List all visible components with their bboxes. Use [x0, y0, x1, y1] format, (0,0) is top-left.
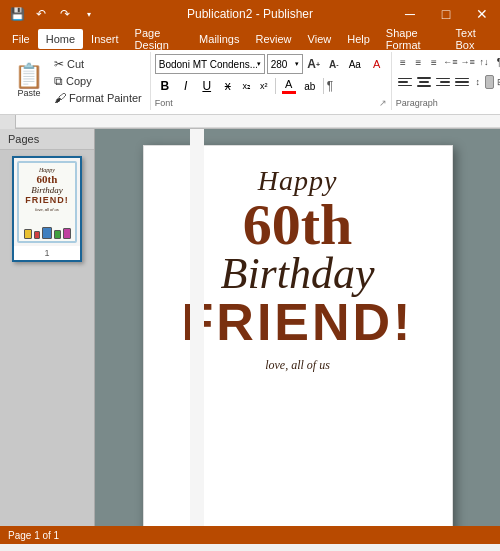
decrease-indent-button[interactable]: ←≡ — [442, 54, 458, 70]
canvas-area[interactable]: Happy 60th Birthday FRIEND! love, all of… — [95, 129, 500, 526]
window-controls[interactable]: ─ □ ✕ — [392, 0, 500, 28]
font-size-box[interactable]: 280 ▾ — [267, 54, 303, 74]
ruler-container — [0, 115, 500, 129]
page-num-1: 1 — [42, 246, 51, 260]
save-button[interactable]: 💾 — [6, 3, 28, 25]
font-color-bar — [282, 91, 296, 94]
format-painter-label: Format Painter — [69, 92, 142, 104]
clear-formatting-button[interactable]: A — [367, 54, 387, 74]
underline-button[interactable]: U — [197, 76, 217, 96]
status-bar: Page 1 of 1 — [0, 526, 500, 544]
page-info: Page 1 of 1 — [8, 530, 59, 541]
horizontal-ruler — [16, 115, 500, 129]
minimize-button[interactable]: ─ — [392, 0, 428, 28]
paragraph-row2: ↕ ⊞ — [396, 74, 500, 90]
paste-label: Paste — [17, 88, 40, 98]
menu-home[interactable]: Home — [38, 29, 83, 49]
cut-icon: ✂ — [54, 57, 64, 71]
paragraph-marks-button[interactable]: ¶ — [327, 79, 333, 93]
menu-file[interactable]: File — [4, 29, 38, 49]
font-row1: Bodoni MT Condens... ▾ 280 ▾ A+ A- Aa A — [155, 54, 387, 74]
ribbon: 📋 Paste ✂ Cut ⧉ Copy 🖌 Format Painter — [0, 50, 500, 115]
separator1 — [275, 78, 276, 94]
undo-button[interactable]: ↶ — [30, 3, 52, 25]
copy-label: Copy — [66, 75, 92, 87]
paste-button[interactable]: 📋 Paste — [8, 54, 50, 108]
align-center-button[interactable] — [415, 75, 433, 89]
font-color-button[interactable]: A — [279, 76, 299, 96]
quick-access-toolbar[interactable]: 💾 ↶ ↷ ▾ — [0, 0, 100, 28]
paragraph-row1: ≡ ≡ ≡ ←≡ →≡ ↑↓ ¶ — [396, 54, 500, 70]
menu-shape-format[interactable]: Shape Format — [378, 29, 448, 49]
vertical-ruler — [190, 129, 204, 526]
menu-mailings[interactable]: Mailings — [191, 29, 247, 49]
bold-button[interactable]: B — [155, 76, 175, 96]
menu-help[interactable]: Help — [339, 29, 378, 49]
align-left-button[interactable] — [396, 75, 414, 89]
page-thumb-inner: Happy 60th Birthday FRIEND! love, all of… — [14, 158, 80, 246]
justify-button[interactable] — [453, 75, 471, 89]
ribbon-content: 📋 Paste ✂ Cut ⧉ Copy 🖌 Format Painter — [0, 50, 500, 114]
menu-text-box[interactable]: Text Box — [448, 29, 496, 49]
text-highlight-button[interactable]: ab — [300, 76, 320, 96]
svg-rect-69 — [190, 129, 204, 526]
font-name-box[interactable]: Bodoni MT Condens... ▾ — [155, 54, 265, 74]
paste-icon: 📋 — [14, 64, 44, 88]
numbering-button[interactable]: ≡ — [411, 54, 426, 70]
window-title: Publication2 - Publisher — [187, 7, 313, 21]
font-name-value: Bodoni MT Condens... — [159, 59, 257, 70]
align-right-button[interactable] — [434, 75, 452, 89]
close-button[interactable]: ✕ — [464, 0, 500, 28]
shrink-font-button[interactable]: A- — [325, 55, 343, 73]
title-bar: 💾 ↶ ↷ ▾ Publication2 - Publisher ─ □ ✕ — [0, 0, 500, 28]
pages-panel-label: Pages — [0, 129, 94, 150]
cut-button[interactable]: ✂ Cut — [50, 56, 146, 72]
font-color-label: A — [285, 78, 292, 90]
copy-button[interactable]: ⧉ Copy — [50, 73, 146, 89]
shading-button[interactable] — [485, 75, 494, 89]
copy-icon: ⧉ — [54, 74, 63, 88]
maximize-button[interactable]: □ — [428, 0, 464, 28]
sort-button[interactable]: ↑↓ — [477, 54, 492, 70]
menu-page-design[interactable]: Page Design — [127, 29, 192, 49]
multilevel-list-button[interactable]: ≡ — [427, 54, 442, 70]
font-row2: B I U x x₂ x² A ab ¶ — [155, 76, 387, 96]
format-painter-button[interactable]: 🖌 Format Painter — [50, 90, 146, 106]
menu-view[interactable]: View — [300, 29, 340, 49]
italic-button[interactable]: I — [176, 76, 196, 96]
borders-button[interactable]: ⊞ — [495, 74, 500, 90]
subscript-button[interactable]: x₂ — [239, 76, 255, 96]
font-group-footer: Font ↗ — [155, 98, 387, 108]
qat-dropdown-button[interactable]: ▾ — [78, 3, 100, 25]
menu-insert[interactable]: Insert — [83, 29, 127, 49]
document: Happy 60th Birthday FRIEND! love, all of… — [143, 145, 453, 526]
cut-label: Cut — [67, 58, 84, 70]
clipboard-group: 📋 Paste ✂ Cut ⧉ Copy 🖌 Format Painter — [4, 52, 151, 110]
clipboard-small-buttons: ✂ Cut ⧉ Copy 🖌 Format Painter — [50, 54, 146, 108]
paragraph-group-footer: Paragraph ↗ — [396, 98, 500, 108]
change-case-button[interactable]: Aa — [345, 54, 365, 74]
page-thumbnail-1[interactable]: Happy 60th Birthday FRIEND! love, all of… — [12, 156, 82, 262]
strikethrough-button[interactable]: x — [218, 76, 238, 96]
superscript-button[interactable]: x² — [256, 76, 272, 96]
bullets-button[interactable]: ≡ — [396, 54, 411, 70]
line-spacing-button[interactable]: ↕ — [472, 74, 484, 90]
font-name-dropdown[interactable]: ▾ — [257, 60, 261, 68]
menu-bar: File Home Insert Page Design Mailings Re… — [0, 28, 500, 50]
pages-scroll[interactable]: Happy 60th Birthday FRIEND! love, all of… — [0, 150, 94, 526]
font-size-value: 280 — [271, 59, 288, 70]
svg-rect-0 — [16, 115, 500, 129]
paragraph-group-label: Paragraph — [396, 98, 438, 108]
format-painter-icon: 🖌 — [54, 91, 66, 105]
separator2 — [323, 78, 324, 94]
menu-review[interactable]: Review — [247, 29, 299, 49]
grow-font-button[interactable]: A+ — [305, 55, 323, 73]
pages-panel: Pages Happy 60th Birthday FRIEND! — [0, 129, 95, 526]
increase-indent-button[interactable]: →≡ — [460, 54, 476, 70]
show-paragraph-button[interactable]: ¶ — [492, 54, 500, 70]
font-group-label: Font — [155, 98, 173, 108]
font-group: Bodoni MT Condens... ▾ 280 ▾ A+ A- Aa A … — [151, 52, 392, 110]
redo-button[interactable]: ↷ — [54, 3, 76, 25]
font-dialog-launcher[interactable]: ↗ — [379, 98, 387, 108]
font-size-dropdown[interactable]: ▾ — [295, 60, 299, 68]
